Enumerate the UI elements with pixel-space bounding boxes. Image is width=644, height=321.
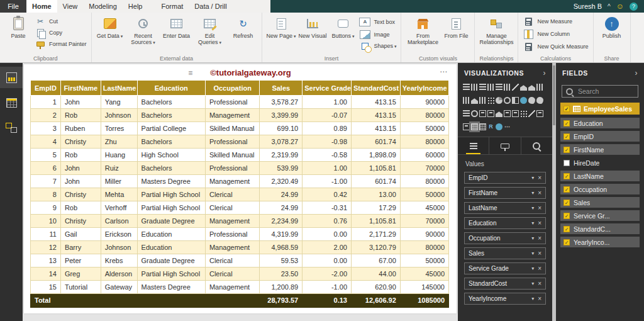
column-header-standardcost[interactable]: StandardCost	[352, 81, 401, 96]
enter-data-button[interactable]: Enter Data	[162, 15, 192, 47]
chevron-down-icon[interactable]: ▾	[531, 205, 534, 211]
field-item-sales[interactable]: ✓Sales	[560, 197, 640, 208]
copy-button[interactable]: Copy	[35, 29, 87, 37]
field-well-standardcost[interactable]: StandardCost▾×	[464, 278, 546, 290]
table-checkbox[interactable]: ✓	[564, 106, 570, 112]
q-and-a-icon[interactable]	[512, 110, 519, 117]
column-header-empid[interactable]: EmpID	[31, 81, 61, 96]
manage-relationships-button[interactable]: Manage Relationships	[478, 15, 514, 47]
chevron-right-icon[interactable]: ›	[635, 69, 638, 77]
column-header-firstname[interactable]: FirstName	[60, 81, 101, 96]
clustered-bar-chart-icon[interactable]	[479, 84, 486, 91]
decomposition-tree-icon[interactable]	[528, 110, 535, 117]
new-page-button[interactable]: New Page▾	[265, 15, 297, 40]
kpi-icon[interactable]	[496, 110, 502, 117]
chevron-down-icon[interactable]: ▾	[531, 281, 534, 286]
file-menu-button[interactable]: File	[0, 0, 26, 13]
slicer-icon[interactable]	[504, 110, 511, 117]
chevron-down-icon[interactable]: ▾	[531, 220, 534, 226]
field-item-yearlyinco[interactable]: ✓YearlyInco...	[560, 237, 640, 247]
refresh-button[interactable]: ↻Refresh	[228, 15, 258, 47]
field-checkbox[interactable]: ✓	[564, 147, 570, 153]
column-header-education[interactable]: Education	[137, 81, 205, 96]
field-item-hiredate[interactable]: HireDate	[560, 157, 640, 168]
shape-map-icon[interactable]	[536, 97, 543, 104]
tab-data-drill[interactable]: Data / Drill	[189, 0, 232, 13]
collapse-ribbon-icon[interactable]: ^	[608, 3, 611, 10]
field-item-empid[interactable]: ✓EmpID	[560, 131, 640, 142]
tab-modeling[interactable]: Modeling	[83, 0, 123, 13]
report-view-button[interactable]	[0, 67, 23, 88]
table-visual[interactable]: ≡ ©tutorialgateway.org ⋯ EmpIDFirstNameL…	[30, 65, 449, 308]
publish-button[interactable]: ↑Publish	[597, 15, 627, 40]
user-name[interactable]: Suresh B	[574, 3, 602, 10]
waterfall-chart-icon[interactable]	[479, 97, 486, 104]
paste-button[interactable]: Paste	[3, 15, 33, 40]
chevron-down-icon[interactable]: ▾	[531, 190, 534, 196]
column-header-service-grade[interactable]: Service Grade	[303, 81, 352, 96]
scatter-chart-icon[interactable]	[487, 97, 494, 104]
shapes-button[interactable]: Shapes▾	[359, 43, 396, 50]
field-well-service-grade[interactable]: Service Grade▾×	[464, 262, 546, 274]
chevron-down-icon[interactable]: ▾	[531, 235, 534, 241]
chevron-right-icon[interactable]: ›	[543, 69, 546, 77]
feedback-smiley-icon[interactable]: ☺	[616, 3, 624, 10]
new-visual-button[interactable]: New Visual	[297, 15, 328, 40]
donut-chart-icon[interactable]	[504, 97, 511, 104]
ribbon-chart-icon[interactable]	[471, 97, 478, 104]
key-influencers-icon[interactable]	[520, 110, 527, 117]
filled-map-icon[interactable]	[528, 97, 535, 104]
arcgis-map-icon[interactable]	[496, 123, 502, 130]
field-item-lastname[interactable]: ✓LastName	[560, 171, 640, 181]
remove-field-icon[interactable]: ×	[538, 295, 541, 302]
field-item-education[interactable]: ✓Education	[560, 118, 640, 128]
table-icon[interactable]	[471, 123, 478, 130]
field-well-yearlyincome[interactable]: YearlyIncome▾×	[464, 293, 546, 305]
model-view-button[interactable]	[0, 117, 23, 138]
funnel-icon[interactable]	[463, 110, 470, 117]
search-input[interactable]	[577, 87, 634, 96]
text-box-button[interactable]: Text box	[359, 18, 396, 26]
from-file-button[interactable]: From File	[441, 15, 471, 47]
card-icon[interactable]	[479, 110, 486, 117]
field-checkbox[interactable]: ✓	[564, 213, 570, 219]
data-view-button[interactable]	[0, 92, 23, 113]
area-chart-icon[interactable]	[520, 84, 527, 91]
field-checkbox[interactable]: ✓	[564, 133, 570, 140]
r-script-visual-icon[interactable]: R	[487, 123, 494, 130]
scrollbar-thumb[interactable]	[553, 65, 555, 125]
stacked-area-chart-icon[interactable]	[528, 84, 535, 91]
table-item-employeesales[interactable]: ✓ EmployeeSales	[560, 103, 640, 115]
remove-field-icon[interactable]: ×	[538, 250, 541, 257]
paginated-report-icon[interactable]	[463, 123, 470, 130]
tab-format[interactable]: Format	[155, 0, 189, 13]
tab-home[interactable]: Home	[26, 0, 57, 13]
remove-field-icon[interactable]: ×	[538, 174, 541, 181]
field-well-lastname[interactable]: LastName▾×	[464, 202, 546, 214]
smart-narrative-icon[interactable]	[536, 110, 543, 117]
field-well-empid[interactable]: EmpID▾×	[464, 172, 546, 184]
100-stacked-column-chart-icon[interactable]	[504, 84, 511, 91]
field-well-sales[interactable]: Sales▾×	[464, 247, 546, 259]
get-data-button[interactable]: Get Data▾	[95, 15, 125, 47]
remove-field-icon[interactable]: ×	[538, 235, 541, 242]
remove-field-icon[interactable]: ×	[538, 189, 541, 196]
field-item-service-gr[interactable]: ✓Service Gr...	[560, 210, 640, 221]
field-checkbox[interactable]: ✓	[564, 226, 570, 232]
remove-field-icon[interactable]: ×	[538, 280, 541, 287]
visualizations-header[interactable]: VISUALIZATIONS ›	[458, 63, 552, 81]
fields-header[interactable]: FIELDS ›	[556, 63, 644, 81]
column-header-sales[interactable]: Sales	[260, 81, 303, 96]
treemap-icon[interactable]	[512, 97, 519, 104]
field-checkbox[interactable]	[564, 160, 570, 166]
tab-help[interactable]: Help	[123, 0, 148, 13]
analytics-tab[interactable]	[521, 137, 552, 154]
help-icon[interactable]: ?	[630, 3, 638, 11]
format-painter-button[interactable]: Format Painter	[35, 41, 87, 47]
remove-field-icon[interactable]: ×	[538, 220, 541, 227]
line-chart-icon[interactable]	[512, 84, 519, 91]
gauge-icon[interactable]	[471, 110, 478, 117]
field-well-education[interactable]: Education▾×	[464, 217, 546, 229]
column-header-occupation[interactable]: Occupation	[205, 81, 259, 96]
chevron-down-icon[interactable]: ▾	[531, 175, 534, 181]
